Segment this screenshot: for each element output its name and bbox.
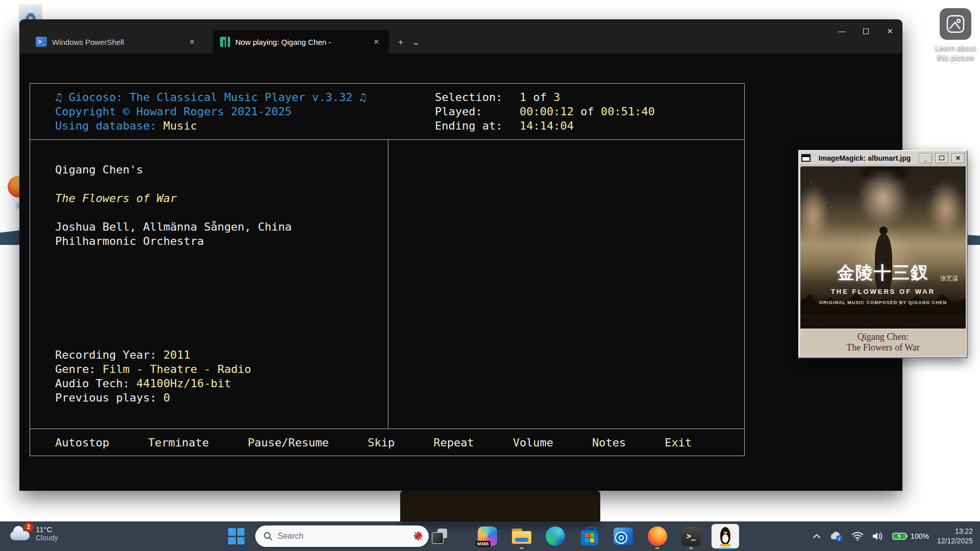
poster-director: 张艺谋 <box>940 274 959 283</box>
system-tray: i 100% 13:22 12/12/2025 <box>813 521 980 551</box>
wifi-icon[interactable] <box>851 532 864 541</box>
tab-windows-powershell[interactable]: >_ Windows PowerShell ✕ <box>29 30 205 54</box>
tray-time: 13:22 <box>937 527 973 536</box>
search-box[interactable]: Search ❋ <box>255 525 429 547</box>
selection-value: 1 of 3 <box>520 90 655 105</box>
menu-pauseresume[interactable]: Pause/Resume <box>248 436 329 450</box>
menu-exit[interactable]: Exit <box>665 436 692 450</box>
poinsettia-icon: ❋ <box>413 531 423 542</box>
terminal-tabbar: >_ Windows PowerShell ✕ Now playing: Qig… <box>20 20 902 54</box>
imagemagick-titlebar[interactable]: ImageMagick: albumart.jpg _ ✕ <box>799 151 967 165</box>
weather-condition: Cloudy <box>36 534 58 542</box>
menu-autostop[interactable]: Autostop <box>55 436 109 450</box>
terminal-window: >_ Windows PowerShell ✕ Now playing: Qig… <box>19 19 902 491</box>
taskbar-m365-copilot[interactable]: M365 <box>477 526 498 546</box>
m365-copilot-icon: M365 <box>478 527 497 546</box>
maximize-icon <box>863 29 869 34</box>
menu-skip[interactable]: Skip <box>368 436 395 450</box>
giocoso-frame: ♫ Giocoso: The Classical Music Player v.… <box>30 83 745 456</box>
menu-volume[interactable]: Volume <box>513 436 553 450</box>
player-header-left: ♫ Giocoso: The Classical Music Player v.… <box>55 90 366 133</box>
header-separator <box>30 139 744 140</box>
close-button[interactable]: ✕ <box>878 20 902 42</box>
taskbar-outlook[interactable] <box>613 526 633 546</box>
active-indicator-linux <box>719 547 732 549</box>
taskbar-linux-active[interactable] <box>712 524 739 548</box>
taskbar: 2 11°C Cloudy Search ❋ M365 >_ i <box>0 521 980 551</box>
onedrive-icon[interactable]: i <box>829 531 843 541</box>
track-metadata: Recording Year: 2011Genre: Film - Theatr… <box>55 348 251 405</box>
battery-percent: 100% <box>911 532 929 540</box>
running-indicator-terminal <box>689 547 693 549</box>
maximize-button[interactable] <box>854 20 878 42</box>
maximize-icon <box>939 156 944 160</box>
imagemagick-maximize-button[interactable] <box>935 153 948 163</box>
ending-label: Ending at: <box>435 119 520 133</box>
running-indicator-explorer <box>520 547 524 549</box>
desktop-icon-learn-about-picture[interactable]: Learn about this picture <box>925 8 980 62</box>
composer-line: Qigang Chen's <box>55 163 143 177</box>
tab-dropdown-icon[interactable]: ⌄ <box>412 37 420 47</box>
player-copyright: Copyright © Howard Rogers 2021-2025 <box>55 105 366 119</box>
work-title: The Flowers of War <box>55 191 177 206</box>
windows-logo-icon <box>228 528 244 544</box>
menu-notes[interactable]: Notes <box>592 436 626 450</box>
tray-date: 12/12/2025 <box>937 536 973 546</box>
outlook-icon <box>614 528 633 545</box>
volume-icon[interactable] <box>872 532 884 541</box>
file-explorer-icon <box>512 529 531 544</box>
weather-widget[interactable]: 2 11°C Cloudy <box>9 525 58 542</box>
imagemagick-window-icon <box>801 154 811 162</box>
tab-title: Now playing: Qigang Chen - <box>235 38 331 46</box>
player-title: ♫ Giocoso: The Classical Music Player v.… <box>55 90 366 105</box>
giocoso-tab-icon <box>220 37 230 47</box>
taskbar-firefox[interactable] <box>647 526 668 546</box>
firefox-icon <box>648 527 667 546</box>
meta-row: Genre: Film - Theatre - Radio <box>55 362 251 377</box>
menu-terminate[interactable]: Terminate <box>148 436 209 450</box>
tab-title: Windows PowerShell <box>52 38 124 46</box>
imagemagick-title: ImageMagick: albumart.jpg <box>814 154 916 162</box>
tux-penguin-icon <box>719 527 732 545</box>
album-art: 金陵十三釵 张艺谋 THE FLOWERS OF WAR ORIGINAL MU… <box>800 166 966 329</box>
clock[interactable]: 13:22 12/12/2025 <box>937 527 973 546</box>
learn-about-label: Learn about this picture <box>935 43 976 62</box>
meta-row: Audio Tech: 44100Hz/16-bit <box>55 377 251 391</box>
pane-divider <box>388 139 388 429</box>
meta-row: Recording Year: 2011 <box>55 348 251 362</box>
picture-icon <box>940 8 971 40</box>
task-view-button[interactable] <box>429 526 450 546</box>
task-view-icon <box>432 529 447 544</box>
imagemagick-minimize-button[interactable]: _ <box>919 153 932 163</box>
search-icon <box>263 532 273 541</box>
tab-close-icon[interactable]: ✕ <box>371 36 382 47</box>
console-area: ♫ Giocoso: The Classical Music Player v.… <box>20 54 902 490</box>
imagemagick-window: ImageMagick: albumart.jpg _ ✕ 金陵十三釵 张艺谋 … <box>798 150 968 358</box>
taskbar-terminal[interactable]: >_ <box>681 526 701 546</box>
menu-repeat[interactable]: Repeat <box>433 436 474 450</box>
notification-badge: 2 <box>23 522 34 532</box>
performers-line: Joshua Bell, Allmänna Sången, China Phil… <box>55 220 300 248</box>
search-placeholder-text: Search <box>278 532 408 541</box>
imagemagick-close-button[interactable]: ✕ <box>951 153 965 163</box>
meta-row: Previous plays: 0 <box>55 391 251 405</box>
battery-status[interactable]: 100% <box>892 532 929 540</box>
selection-label: Selection: <box>435 90 520 105</box>
start-button[interactable] <box>226 526 247 546</box>
taskbar-file-explorer[interactable] <box>511 526 532 546</box>
minimize-button[interactable]: — <box>830 20 854 42</box>
tab-close-icon[interactable]: ✕ <box>186 36 198 47</box>
poster-credit: ORIGINAL MUSIC COMPOSED BY QIGANG CHEN <box>800 300 966 305</box>
powershell-icon: >_ <box>36 37 47 47</box>
microsoft-store-icon <box>581 530 598 545</box>
edge-icon <box>546 527 565 546</box>
weather-temp: 11°C <box>36 525 58 534</box>
running-indicator-firefox <box>655 547 659 549</box>
tray-overflow-chevron-icon[interactable] <box>813 534 821 539</box>
tab-now-playing[interactable]: Now playing: Qigang Chen - ✕ <box>213 30 389 54</box>
new-tab-button[interactable]: + <box>398 37 403 47</box>
ending-value: 14:14:04 <box>520 119 655 133</box>
poster-english-title: THE FLOWERS OF WAR <box>800 288 966 295</box>
taskbar-edge[interactable] <box>545 526 566 546</box>
taskbar-store[interactable] <box>579 526 600 546</box>
